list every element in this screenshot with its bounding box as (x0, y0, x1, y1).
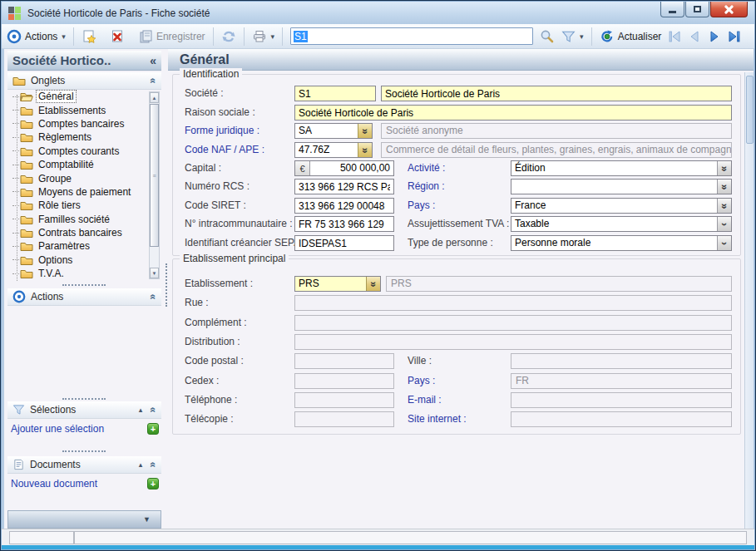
nav-last-button[interactable] (724, 27, 744, 46)
nav-first-button[interactable] (665, 27, 684, 46)
email-label[interactable]: E-mail : (408, 394, 511, 406)
sidebar-header[interactable]: Société Hortico.. « (7, 51, 161, 71)
splitter-handle[interactable] (62, 450, 106, 452)
sidebar-item-general[interactable]: Général (9, 90, 151, 103)
scroll-down-icon[interactable]: ▼ (150, 268, 159, 278)
search-input[interactable]: S1 (290, 27, 533, 45)
code-siret-field[interactable] (294, 198, 394, 214)
sidebar-item-comptes-courants[interactable]: Comptes courants (9, 145, 151, 158)
pays-etab-label[interactable]: Pays : (408, 375, 511, 386)
new-document-link[interactable]: Nouveau document (11, 478, 147, 490)
search-button[interactable] (536, 27, 558, 46)
combo-dropdown-button[interactable]: » (717, 199, 731, 213)
sidebar-item-reglements[interactable]: Règlements (9, 130, 151, 144)
capital-field[interactable]: € 500 000,00 (294, 160, 394, 176)
numero-rcs-field[interactable] (294, 179, 394, 194)
splitter-handle[interactable] (62, 284, 106, 286)
tree-connector (12, 191, 19, 192)
societe-name-field[interactable] (381, 86, 732, 101)
code-naf-combo[interactable]: 47.76Z » (294, 142, 373, 158)
combo-dropdown-button[interactable]: » (717, 180, 731, 194)
refresh-button[interactable] (218, 27, 240, 46)
print-dropdown-icon[interactable]: ▾ (271, 32, 275, 41)
combo-dropdown-button[interactable]: › (717, 217, 731, 231)
collapse-triangle-icon[interactable]: ▴ (139, 406, 143, 414)
documents-row: Nouveau document + (11, 478, 159, 490)
sidebar-item-moyens-de-paiement[interactable]: Moyens de paiement (9, 185, 151, 199)
scrollbar-thumb[interactable] (746, 76, 754, 144)
panel-onglets-header[interactable]: Onglets « (7, 72, 161, 90)
telephone-field (294, 392, 394, 408)
site-internet-label[interactable]: Site internet : (408, 413, 511, 425)
minimize-button[interactable] (660, 2, 684, 17)
new-record-button[interactable] (78, 27, 100, 46)
sidebar-item-etablissements[interactable]: Etablissements (9, 103, 151, 116)
sidebar-item-groupe[interactable]: Groupe (9, 171, 151, 184)
actions-menu-button[interactable]: Actions ▾ (22, 29, 69, 44)
collapse-panel-icon[interactable]: « (148, 294, 160, 300)
sidebar-item-commentaires[interactable]: Commentaires (9, 280, 151, 281)
panel-documents-header[interactable]: Documents ▴ « (7, 456, 161, 474)
nav-prev-button[interactable] (684, 27, 704, 46)
sepa-field[interactable] (294, 235, 394, 251)
sidebar-item-comptabilite[interactable]: Comptabilité (9, 158, 151, 171)
new-document-button[interactable]: + (147, 478, 159, 490)
scrollbar-thumb[interactable]: ≡ (150, 104, 159, 247)
activite-label[interactable]: Activité : (408, 162, 511, 174)
panel-actions-header[interactable]: Actions « (7, 288, 161, 306)
sidebar-item-tva[interactable]: T.V.A. (9, 267, 151, 280)
region-label[interactable]: Région : (408, 180, 511, 192)
maximize-button[interactable] (685, 2, 709, 17)
combo-dropdown-button[interactable]: › (717, 236, 731, 250)
delete-record-button[interactable] (106, 27, 128, 46)
collapse-triangle-icon[interactable]: ▴ (139, 460, 143, 469)
panel-selections-header[interactable]: Sélections ▴ « (7, 401, 161, 419)
print-button[interactable]: ▾ (249, 27, 279, 46)
sidebar-item-familles-societe[interactable]: Familles société (9, 213, 151, 226)
sidebar-item-contrats-bancaires[interactable]: Contrats bancaires (9, 226, 151, 239)
sidebar-item-comptes-bancaires[interactable]: Comptes bancaires (9, 117, 151, 130)
region-combo[interactable]: » (511, 179, 732, 194)
page-title: Général (180, 52, 230, 67)
filter-button[interactable]: ▾ (558, 28, 587, 45)
collapse-panel-icon[interactable]: « (148, 78, 160, 84)
nav-next-button[interactable] (704, 27, 724, 46)
combo-dropdown-button[interactable]: » (366, 277, 380, 291)
save-button[interactable]: Enregistrer (135, 27, 209, 46)
activite-combo[interactable]: Édition » (511, 160, 732, 176)
societe-code-field[interactable] (294, 86, 376, 101)
intracommunautaire-field[interactable] (294, 216, 394, 232)
sidebar-item-role-tiers[interactable]: Rôle tiers (9, 199, 151, 212)
forme-juridique-label[interactable]: Forme juridique : (185, 125, 294, 136)
type-personne-combo[interactable]: Personne morale › (511, 235, 732, 251)
collapse-panel-icon[interactable]: « (148, 407, 160, 413)
sidebar-item-parametres[interactable]: Paramètres (9, 239, 151, 253)
bottom-accent (2, 545, 754, 549)
forme-juridique-combo[interactable]: SA » (294, 123, 373, 139)
scroll-up-icon[interactable]: ▲ (150, 92, 159, 103)
pays-label[interactable]: Pays : (408, 199, 511, 211)
combo-dropdown-button[interactable]: » (358, 143, 372, 157)
add-selection-button[interactable]: + (147, 423, 159, 435)
sidebar-item-options[interactable]: Options (9, 253, 151, 267)
main-scrollbar[interactable] (744, 72, 754, 530)
close-button[interactable] (710, 2, 748, 17)
combo-dropdown-button[interactable]: » (717, 161, 731, 175)
actions-menu-label: Actions (25, 31, 57, 42)
tva-combo[interactable]: Taxable › (511, 216, 732, 232)
etablissement-combo[interactable]: PRS » (294, 276, 381, 292)
collapse-sidebar-icon[interactable]: « (150, 54, 156, 67)
splitter-handle[interactable] (62, 398, 106, 400)
add-selection-link[interactable]: Ajouter une sélection (11, 423, 147, 435)
collapse-panel-icon[interactable]: « (148, 462, 160, 468)
combo-dropdown-button[interactable]: » (358, 124, 372, 138)
tree-scrollbar[interactable]: ▲ ≡ ▼ (149, 91, 160, 279)
pays-combo[interactable]: France » (511, 198, 732, 214)
sidebar-overflow-button[interactable]: ▼ (7, 510, 161, 529)
code-naf-label[interactable]: Code NAF / APE : (185, 144, 294, 155)
euro-button[interactable]: € (295, 161, 310, 175)
filter-dropdown-icon[interactable]: ▾ (580, 32, 584, 41)
raison-sociale-field[interactable] (294, 105, 732, 121)
splitter-handle[interactable] (166, 263, 167, 307)
actualiser-button[interactable]: Actualiser (596, 27, 665, 46)
